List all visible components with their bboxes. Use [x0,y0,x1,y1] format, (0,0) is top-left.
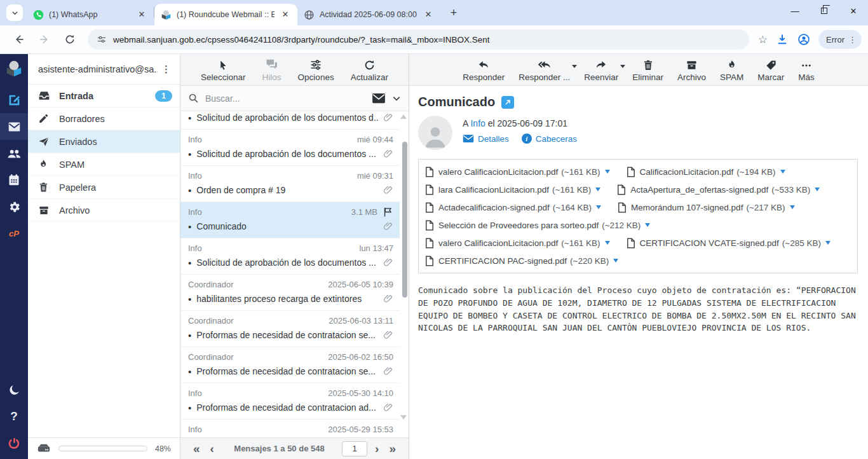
attachment-item[interactable]: CERTIFICACION VCATE-signed.pdf(~285 KB) [627,234,831,252]
site-info-icon[interactable] [97,34,107,45]
message-row[interactable]: Infomié 09:31 •Orden de compra # 19 [180,166,400,202]
attachment-menu-caret[interactable] [596,205,601,209]
sidebar-item-entrada[interactable]: Entrada 1 [28,85,180,107]
sidebar-item-archivo[interactable]: Archivo [28,199,180,222]
attachment-item[interactable]: valero CalificacionLicitacion.pdf(~161 K… [425,234,610,252]
more-button[interactable]: Más [798,57,815,82]
browser-profile-error-button[interactable]: Error ⋮ [818,30,862,49]
flag-icon[interactable] [383,207,393,217]
last-page-button[interactable]: » [384,442,401,455]
sidebar-item-papelera[interactable]: Papelera [28,176,180,199]
sidebar-item-enviados[interactable]: Enviados [28,130,180,153]
message-row[interactable]: Coordinador2025-06-05 10:39 •habilitante… [180,275,400,311]
mark-button[interactable]: Marcar [757,57,784,82]
message-row[interactable]: Info2025-05-29 15:53 •ORDEN DE COMPRA # … [180,420,400,437]
threads-button[interactable]: Hilos [262,57,281,82]
tab-actividad[interactable]: Actividad 2025-06-09 08:00:00 ✕ [297,4,440,25]
message-row[interactable]: •Solicitud de aprobación de los document… [180,111,400,130]
refresh-button[interactable]: Actualizar [351,57,388,82]
attachment-menu-caret[interactable] [613,259,618,263]
mail-nav-button[interactable] [0,113,28,140]
search-input[interactable] [205,93,365,104]
delete-button[interactable]: Eliminar [632,57,663,82]
back-button[interactable] [9,29,29,50]
attachment-menu-caret[interactable] [595,188,600,191]
select-button[interactable]: Seleccionar [201,57,246,82]
close-icon[interactable]: ✕ [423,9,434,20]
sidebar-item-spam[interactable]: SPAM [28,153,180,176]
scroll-down-arrow[interactable] [400,415,407,420]
archive-button[interactable]: Archivo [677,57,706,82]
message-row[interactable]: Infolun 13:47 •Solicitud de aprobación d… [180,238,400,275]
account-header[interactable]: asistente-administrativo@sa... ⋮ [28,54,180,85]
recipient-line: A Info el 2025-06-09 17:01 [463,118,577,128]
attachment-item[interactable]: Selección de Proveedores para sorteo.pdf… [425,216,650,234]
tab-roundcube-active[interactable]: (1) Roundcube Webmail :: Envia ✕ [154,4,297,25]
close-icon[interactable]: ✕ [280,9,291,20]
attachment-menu-caret[interactable] [825,241,831,245]
options-button[interactable]: Opciones [298,57,334,82]
attachment-menu-caret[interactable] [815,188,820,191]
kebab-menu-icon[interactable]: ⋮ [848,35,857,45]
details-button[interactable]: Detalles [463,134,509,144]
search-options-chevron[interactable] [392,94,401,103]
window-minimize-button[interactable]: — [780,0,810,22]
message-row-selected[interactable]: Info3.1 MB •Comunicado [180,202,400,238]
calendar-nav-button[interactable] [0,167,28,193]
logout-button[interactable] [0,430,28,456]
search-scope-mail-icon[interactable] [372,93,386,104]
reload-button[interactable] [60,29,80,50]
spam-button[interactable]: SPAM [720,57,743,82]
reply-all-button[interactable]: Responder ... [519,57,570,82]
chevron-down-icon[interactable] [572,65,577,68]
chevron-down-icon[interactable] [620,65,625,68]
settings-nav-button[interactable] [0,193,28,220]
tab-whatsapp[interactable]: (1) WhatsApp ✕ [27,4,154,25]
help-button[interactable]: ? [0,403,28,430]
scroll-up-arrow[interactable] [400,114,407,119]
attachment-menu-caret[interactable] [605,241,610,245]
page-number-input[interactable] [342,441,367,456]
downloads-button[interactable] [776,33,789,46]
attachment-item[interactable]: ActaApertura_de_ofertas-signed.pdf(~533 … [617,181,820,198]
cpanel-button[interactable]: cP [0,220,28,247]
open-in-new-window-icon[interactable] [501,96,514,109]
forward-button-mail[interactable]: Reenviar [584,57,618,82]
list-scrollbar-thumb[interactable] [402,142,407,298]
prev-page-button[interactable]: ‹ [205,442,219,455]
close-icon[interactable]: ✕ [136,9,147,20]
forward-button[interactable] [34,29,55,50]
attachment-item[interactable]: lara CalificacionLicitacion.pdf(~161 KB) [425,181,600,198]
contacts-nav-button[interactable] [0,140,28,167]
attachment-item[interactable]: Actadecalificacion-signed.pdf(~164 KB) [425,198,601,216]
attachment-item[interactable]: CalificacionLicitacion.pdf(~194 KB) [627,163,785,181]
attachment-menu-caret[interactable] [790,205,795,209]
window-restore-button[interactable] [810,0,839,22]
first-page-button[interactable]: « [188,442,205,455]
pdf-file-icon [425,202,434,213]
kebab-menu-icon[interactable]: ⋮ [158,64,175,75]
tab-search-button[interactable] [6,4,23,21]
message-row[interactable]: Infomié 09:44 •Solicitud de aprobación d… [180,130,400,166]
sidebar-item-borradores[interactable]: Borradores [28,107,180,130]
bookmark-star-icon[interactable]: ☆ [758,33,768,46]
recipient-link[interactable]: Info [470,118,485,128]
dark-mode-button[interactable] [0,376,28,403]
attachment-item[interactable]: CERTIFICACION PAC-signed.pdf(~220 KB) [425,252,618,270]
profile-button[interactable] [797,33,810,46]
attachment-item[interactable]: Memorándum 107-signed.pdf(~217 KB) [618,198,795,216]
url-bar[interactable]: webmail.sanjuan.gob.ec/cpsess0464241108/… [88,29,749,50]
window-close-button[interactable]: ✕ [839,0,868,22]
message-row[interactable]: Info2025-05-30 14:10 •Proformas de neces… [180,383,400,420]
attachment-menu-caret[interactable] [780,170,785,174]
new-tab-button[interactable]: + [445,4,462,21]
reply-button[interactable]: Responder [463,57,505,82]
next-page-button[interactable]: › [370,442,384,455]
attachment-menu-caret[interactable] [605,170,610,174]
compose-button[interactable] [0,86,28,113]
headers-button[interactable]: i Cabeceras [522,134,577,144]
attachment-menu-caret[interactable] [645,223,650,227]
message-row[interactable]: Coordinador2025-06-02 16:50 •Proformas d… [180,347,400,383]
attachment-item[interactable]: valero CalificacionLicitacion.pdf(~161 K… [425,163,610,181]
message-row[interactable]: Coordinador2025-06-03 13:11 •Proformas d… [180,311,400,347]
